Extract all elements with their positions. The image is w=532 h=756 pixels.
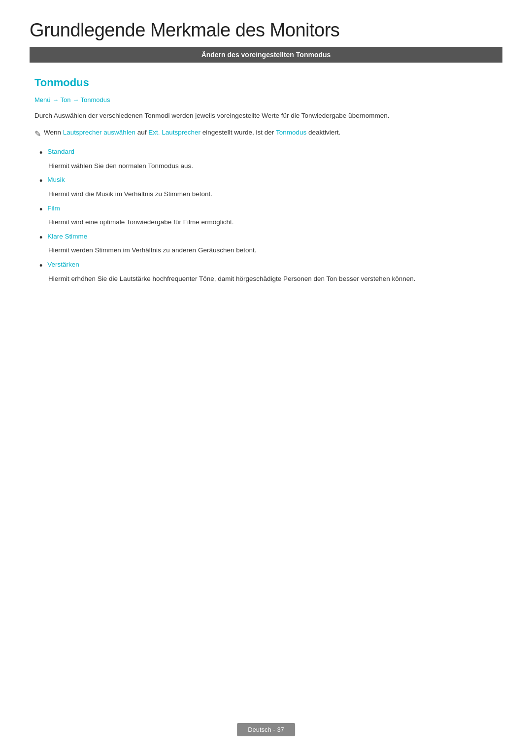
list-item: • Standard Hiermit wählen Sie den normal… <box>34 148 498 171</box>
intro-text: Durch Auswählen der verschiedenen Tonmod… <box>34 110 498 121</box>
bullet-verstaerken: • <box>39 261 42 272</box>
list-item-verstaerken: • Verstärken Hiermit erhöhen Sie die Lau… <box>34 261 498 284</box>
page-title: Grundlegende Merkmale des Monitors <box>30 20 502 41</box>
note-link-lautsprecher[interactable]: Lautsprecher auswählen <box>63 129 135 136</box>
item-description-klare-stimme: Hiermit werden Stimmen im Verhältnis zu … <box>48 245 498 256</box>
bullet-musik: • <box>39 176 42 187</box>
item-description-film: Hiermit wird eine optimale Tonwiedergabe… <box>48 217 498 228</box>
bullet-film: • <box>39 205 42 215</box>
item-label-klare-stimme: Klare Stimme <box>47 233 87 240</box>
note-text: Wenn Lautsprecher auswählen auf Ext. Lau… <box>44 127 340 138</box>
breadcrumb: Menü → Ton → Tonmodus <box>34 96 498 103</box>
note-text-before: Wenn <box>44 129 61 136</box>
list-item-header-standard: • Standard <box>34 148 498 159</box>
note-link-tonmodus[interactable]: Tonmodus <box>276 129 306 136</box>
item-description-verstaerken: Hiermit erhöhen Sie die Lautstärke hochf… <box>48 274 498 284</box>
note-link-ext-lautsprecher[interactable]: Ext. Lautsprecher <box>148 129 200 136</box>
bullet-standard: • <box>39 148 42 159</box>
item-label-verstaerken: Verstärken <box>47 261 79 268</box>
breadcrumb-tonmodus: Tonmodus <box>81 96 110 103</box>
list-item-klare-stimme: • Klare Stimme Hiermit werden Stimmen im… <box>34 233 498 256</box>
list-item-musik: • Musik Hiermit wird die Musik im Verhäl… <box>34 176 498 199</box>
content-section: Tonmodus Menü → Ton → Tonmodus Durch Aus… <box>30 76 502 284</box>
breadcrumb-menu: Menü <box>34 96 51 103</box>
list-item-header-film: • Film <box>34 205 498 215</box>
breadcrumb-arrow2: → <box>72 96 79 103</box>
bullet-klare-stimme: • <box>39 233 42 243</box>
breadcrumb-ton: Ton <box>61 96 71 103</box>
item-label-film: Film <box>47 205 60 212</box>
breadcrumb-arrow1: → <box>52 96 59 103</box>
list-item-header-musik: • Musik <box>34 176 498 187</box>
list-section: • Standard Hiermit wählen Sie den normal… <box>34 148 498 284</box>
item-description-standard: Hiermit wählen Sie den normalen Tonmodus… <box>48 161 498 172</box>
list-item-film: • Film Hiermit wird eine optimale Tonwie… <box>34 205 498 228</box>
item-description-musik: Hiermit wird die Musik im Verhältnis zu … <box>48 189 498 200</box>
note-icon: ✎ <box>34 128 41 140</box>
item-label-standard: Standard <box>47 148 74 155</box>
page-footer: Deutsch - 37 <box>237 723 295 736</box>
list-item-header-klare-stimme: • Klare Stimme <box>34 233 498 243</box>
section-header: Ändern des voreingestellten Tonmodus <box>30 47 502 63</box>
list-item-header-verstaerken: • Verstärken <box>34 261 498 272</box>
section-title: Tonmodus <box>34 76 498 89</box>
note-line: ✎ Wenn Lautsprecher auswählen auf Ext. L… <box>34 127 498 140</box>
item-label-musik: Musik <box>47 176 65 183</box>
